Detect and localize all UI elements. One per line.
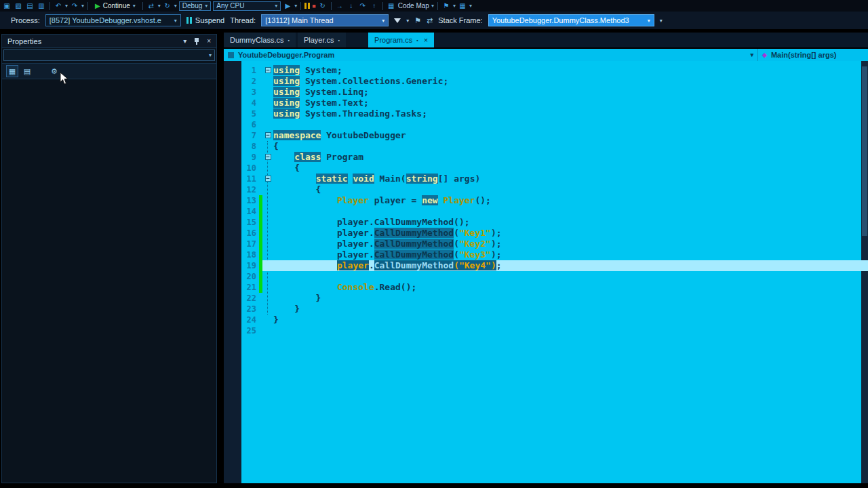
code-line[interactable]: 16 player.CallDummyMethod("Key1"); [241,228,868,239]
code-line[interactable]: 1−using System; [241,65,868,76]
properties-title: Properties [7,37,41,45]
line-number: 20 [241,271,259,282]
chevron-down-icon[interactable]: ▾ [406,18,409,24]
toggle-current-thread-icon[interactable]: ⇄ [427,16,433,25]
redo-icon[interactable]: ↷ [70,1,79,11]
code-line[interactable]: 13 Player player = new Player(); [241,195,868,206]
close-icon[interactable]: × [207,37,211,45]
pin-icon[interactable]: ▪ [288,38,289,43]
code-line[interactable]: 4using System.Text; [241,98,868,108]
property-pages-icon[interactable]: ⚙ [48,65,60,77]
attach-icon[interactable]: ⇄ [146,1,156,11]
breadcrumb-scope[interactable]: YoutubeDebugger.Program ▾ [224,49,757,61]
fold-toggle-icon[interactable]: − [262,152,273,163]
flag-icon[interactable]: ⚑ [441,1,451,11]
code-line[interactable]: 7−namespace YoutubeDebugger [241,130,868,141]
properties-title-bar[interactable]: Properties ▾ × [2,35,216,48]
chevron-down-icon[interactable]: ▾ [453,3,456,9]
pin-icon[interactable]: ▪ [416,38,418,43]
pin-icon[interactable] [193,37,200,45]
step-out-icon[interactable]: ↑ [370,1,379,11]
code-line[interactable]: 19 player.CallDummyMethod("Key4"); [241,260,868,271]
chevron-down-icon: ▾ [205,3,208,9]
fold-toggle-icon[interactable]: − [262,174,273,184]
chevron-down-icon: ▾ [750,52,753,58]
fold-toggle-icon[interactable]: − [262,130,273,141]
filter-icon[interactable] [394,18,401,23]
code-line[interactable]: 15 player.CallDummyMethod(); [241,217,868,228]
continue-button[interactable]: ▶ Continue ▾ [92,1,139,11]
stackframe-dropdown[interactable]: YoutubeDebugger.DummyClass.Method3 ▾ [488,14,654,26]
chevron-down-icon[interactable]: ▾ [174,3,177,9]
code-line[interactable]: 12 { [241,184,868,195]
code-text: namespace YoutubeDebugger [273,130,868,141]
chevron-down-icon[interactable]: ▾ [431,3,434,9]
code-line[interactable]: 14 [241,206,868,217]
thread-dropdown[interactable]: [13112] Main Thread ▾ [261,14,389,26]
tab-program[interactable]: Program.cs ▪ × [368,33,434,47]
step-into-icon[interactable]: ↓ [347,1,356,11]
hot-reload-icon[interactable]: ↻ [163,1,172,11]
code-text [273,206,868,217]
redo-dropdown-icon[interactable]: ▾ [81,3,84,9]
code-line[interactable]: 21 Console.Read(); [241,282,868,293]
code-line[interactable]: 24} [241,314,868,325]
properties-object-dropdown[interactable]: ▾ [3,49,215,61]
tab-player[interactable]: Player.cs ▪ [298,33,346,47]
tab-label: Program.cs [374,36,412,44]
categorized-icon[interactable]: ▦ [6,65,18,77]
toggle-flagged-icon[interactable]: ⚑ [414,16,421,25]
save-icon[interactable]: ▤ [25,1,35,11]
separator [382,2,383,10]
start-icon[interactable]: ▶ [283,1,292,11]
platform-select[interactable]: Any CPU ▾ [213,1,281,11]
suspend-button[interactable]: Suspend [186,16,224,24]
chevron-down-icon[interactable]: ▾ [294,3,297,9]
chevron-down-icon[interactable]: ▾ [158,3,161,9]
line-number: 22 [241,293,259,304]
options-icon[interactable]: ▦ [458,1,467,11]
show-next-statement-icon[interactable]: → [335,1,344,11]
code-line[interactable]: 18 player.CallDummyMethod("Key3"); [241,249,868,260]
code-text: { [273,184,868,195]
code-line[interactable]: 11− static void Main(string[] args) [241,174,868,184]
process-dropdown[interactable]: [8572] YoutubeDebugger.vshost.e ▾ [45,14,181,26]
code-line[interactable]: 22 } [241,293,868,304]
step-over-icon[interactable]: ↷ [358,1,368,11]
chevron-down-icon[interactable]: ▾ [469,3,472,9]
code-line[interactable]: 5using System.Threading.Tasks; [241,108,868,119]
configuration-select[interactable]: Debug ▾ [179,1,211,11]
codemap-button[interactable]: Code Map [398,2,429,9]
fold-spacer [262,76,273,87]
tab-dummyclass[interactable]: DummyClass.cs ▪ [224,33,296,47]
undo-dropdown-icon[interactable]: ▾ [65,3,68,9]
code-line[interactable]: 17 player.CallDummyMethod("Key2"); [241,239,868,249]
pin-icon[interactable]: ▪ [338,38,340,43]
fold-toggle-icon[interactable]: − [262,65,273,76]
code-line[interactable]: 20 [241,271,868,282]
breakpoint-gutter[interactable] [224,61,241,483]
alphabetical-icon[interactable]: ▤ [21,65,33,77]
code-line[interactable]: 8{ [241,141,868,152]
new-file-icon[interactable]: ▧ [14,1,23,11]
breadcrumb-member[interactable]: ◆ Main(string[] args) [757,49,868,61]
undo-icon[interactable]: ↶ [54,1,63,11]
restart-icon[interactable]: ↻ [318,1,328,11]
code-line[interactable]: 10 { [241,163,868,174]
code-line[interactable]: 2using System.Collections.Generic; [241,76,868,87]
code-line[interactable]: 6 [241,119,868,130]
fold-spacer [262,141,273,152]
code-line[interactable]: 25 [241,325,868,336]
toolbar-overflow-icon[interactable]: ▾ [660,18,663,24]
code-line[interactable]: 9− class Program [241,152,868,163]
close-icon[interactable]: × [424,36,428,44]
window-position-icon[interactable]: ▾ [183,37,186,45]
break-all-icon[interactable] [304,3,310,9]
code-lines: 1−using System;2using System.Collections… [241,65,868,336]
code-line[interactable]: 3using System.Linq; [241,87,868,98]
code-line[interactable]: 23 } [241,304,868,314]
fold-spacer [262,108,273,119]
stop-debugging-icon[interactable]: ■ [312,3,315,9]
code-editor[interactable]: 1−using System;2using System.Collections… [224,61,868,483]
save-all-icon[interactable]: ▥ [37,1,46,11]
